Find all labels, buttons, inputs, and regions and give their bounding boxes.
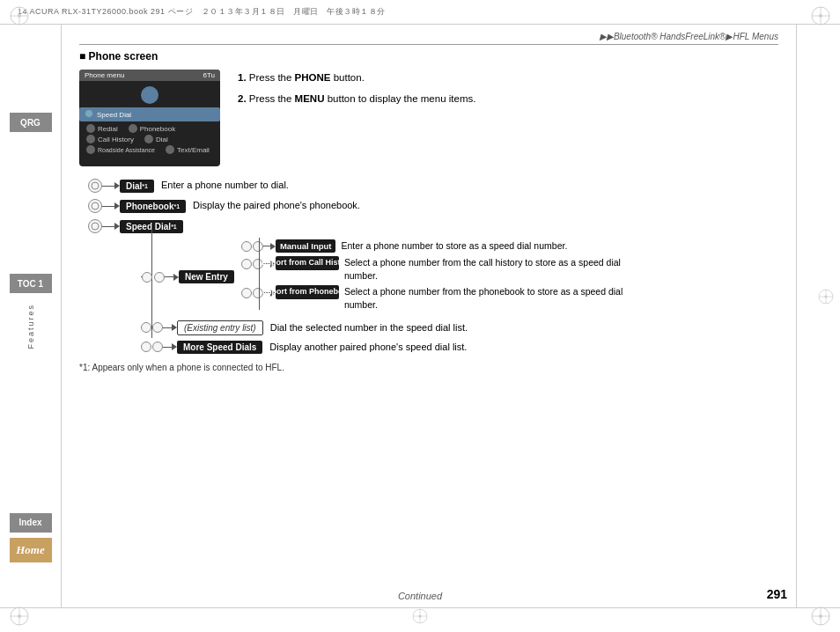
- existing-icon2: [152, 322, 163, 333]
- import-call-desc: Select a phone number from the call hist…: [344, 256, 644, 282]
- phone-menu-highlight: Speed Dial: [79, 107, 220, 121]
- phonebook-hline: [102, 206, 114, 207]
- more-speed-icon1: [141, 342, 151, 352]
- more-speed-row: More Speed Dials Display another paired …: [141, 341, 778, 354]
- phone-screen-area: Phone menu 6Tu Speed Dial Redial: [79, 70, 778, 166]
- more-speed-icon2: [152, 342, 163, 352]
- speed-dial-subtree: New Entry: [88, 239, 778, 354]
- importphone-icon1: [241, 288, 252, 298]
- import-call-box: Import from Call History: [276, 256, 339, 270]
- existing-box: (Existing entry list): [177, 320, 263, 335]
- manual-input-box: Manual Input: [276, 239, 336, 253]
- sidebar-btn-index[interactable]: Index: [10, 513, 52, 533]
- svg-point-7: [819, 14, 822, 18]
- footnote: *1: Appears only when a phone is connect…: [79, 363, 778, 372]
- page-number: 291: [767, 587, 787, 601]
- existing-entry-row: (Existing entry list) Dial the selected …: [141, 320, 778, 335]
- bottom-crosshair: [410, 606, 430, 628]
- manual-icon1: [241, 241, 252, 252]
- manual-icon2: [253, 241, 263, 252]
- page-header: ▶▶Bluetooth® HandsFreeLink®▶HFL Menus: [79, 32, 778, 45]
- dial-icons: [88, 179, 102, 193]
- dial-icon-circle: [88, 179, 102, 193]
- diagram: Dial*1 Enter a phone number to dial. Pho…: [79, 179, 778, 354]
- svg-point-19: [824, 295, 827, 298]
- sidebar-btn-home[interactable]: Home: [10, 538, 52, 562]
- top-border-text: 14 ACURA RLX-31TY26000.book 291 ページ ２０１３…: [18, 6, 386, 18]
- speed-dial-section: Speed Dial*1 New: [88, 219, 778, 354]
- phone-menu-row-1: Redial Phonebook: [83, 123, 217, 134]
- svg-point-21: [92, 182, 99, 189]
- more-speed-box: More Speed Dials: [177, 341, 262, 354]
- dial-box: Dial*1: [120, 180, 154, 193]
- svg-point-22: [92, 202, 99, 209]
- phonebook-box: Phonebook*1: [120, 200, 186, 213]
- manual-input-row: Manual Input Enter a phone number to sto…: [241, 239, 644, 253]
- import-phone-row: Import from Phonebook Select a phone num…: [241, 285, 644, 311]
- importcall-icon1: [241, 259, 252, 269]
- phonebook-icon-menu: [129, 124, 137, 133]
- features-label: Features: [26, 304, 35, 349]
- dial-hline: [102, 186, 114, 187]
- import-phone-box: Import from Phonebook: [276, 285, 339, 299]
- speed-dial-icon-small: [85, 109, 93, 120]
- svg-point-3: [18, 14, 21, 18]
- new-entry-icon2: [154, 272, 165, 283]
- sidebar-btn-qrg[interactable]: QRG: [10, 113, 52, 132]
- svg-point-20: [85, 110, 92, 117]
- phone-dial-icon: [141, 86, 158, 104]
- phonebook-icon-circle: [88, 199, 102, 213]
- dial-desc: Enter a phone number to dial.: [161, 179, 289, 192]
- phone-menu-row-2: Call History Dial: [83, 134, 217, 144]
- roadside-icon: [86, 145, 95, 154]
- callhistory-icon: [86, 135, 95, 143]
- dial-icon-menu: [144, 135, 153, 143]
- phone-screen-titlebar: Phone menu 6Tu: [79, 70, 220, 81]
- left-sidebar: QRG TOC 1 Features Index Home: [0, 25, 62, 607]
- speed-dial-icon-circle: [88, 219, 102, 233]
- section-title: Phone screen: [79, 50, 778, 62]
- phonebook-row: Phonebook*1 Display the paired phone's p…: [88, 199, 778, 213]
- phone-menu-row-3: Roadside Assistance Text/Email: [83, 144, 217, 155]
- dial-row: Dial*1 Enter a phone number to dial.: [88, 179, 778, 193]
- import-call-row: Import from Call History Select a phone …: [241, 256, 644, 282]
- svg-point-23: [92, 223, 99, 230]
- speed-dial-row: Speed Dial*1: [88, 219, 778, 233]
- phonebook-icons: [88, 199, 102, 213]
- existing-desc: Dial the selected number in the speed di…: [270, 321, 468, 334]
- new-entry-row: New Entry: [141, 239, 778, 315]
- existing-icon1: [141, 322, 151, 333]
- step-1: 1. Press the PHONE button.: [238, 70, 475, 87]
- phone-instructions: 1. Press the PHONE button. 2. Press the …: [238, 70, 475, 166]
- redial-icon: [86, 124, 95, 133]
- step-2: 2. Press the MENU button to display the …: [238, 91, 475, 108]
- nav-text: ▶▶Bluetooth® HandsFreeLink®▶HFL Menus: [600, 32, 778, 41]
- right-sidebar: [796, 25, 840, 607]
- textemail-icon: [166, 145, 174, 154]
- continued-text: Continued: [398, 591, 442, 601]
- top-border: 14 ACURA RLX-31TY26000.book 291 ページ ２０１３…: [0, 0, 840, 25]
- phonebook-desc: Display the paired phone's phonebook.: [193, 199, 360, 212]
- more-speed-desc: Display another paired phone's speed dia…: [269, 341, 467, 354]
- right-crosshair: [816, 287, 836, 309]
- new-entry-box: New Entry: [179, 270, 234, 283]
- main-content: ▶▶Bluetooth® HandsFreeLink®▶HFL Menus Ph…: [62, 25, 796, 607]
- manual-input-desc: Enter a phone number to store as a speed…: [341, 239, 567, 253]
- phone-screen-image: Phone menu 6Tu Speed Dial Redial: [79, 70, 220, 166]
- new-entry-icon1: [142, 272, 152, 283]
- new-entry-subbranch: Manual Input Enter a phone number to sto…: [241, 239, 644, 315]
- speed-dial-icons: [88, 219, 102, 233]
- import-phone-desc: Select a phone number from the phonebook…: [344, 285, 644, 311]
- svg-point-27: [418, 614, 421, 617]
- speed-dial-hline: [102, 226, 114, 227]
- sidebar-btn-toc[interactable]: TOC 1: [10, 274, 52, 293]
